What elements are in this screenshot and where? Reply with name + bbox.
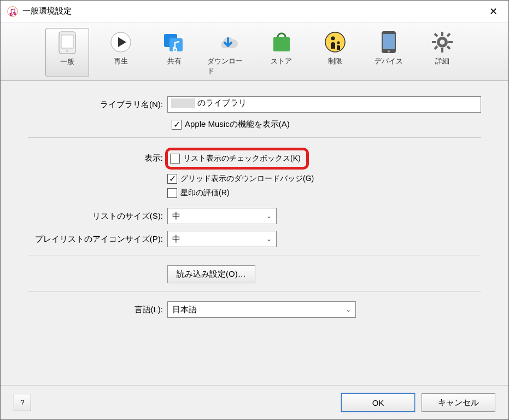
svg-point-13	[331, 37, 335, 40]
svg-rect-20	[441, 48, 443, 52]
grid-badge-label: グリッド表示のダウンロードバッジ(G)	[180, 174, 314, 184]
sharing-icon	[162, 30, 186, 54]
language-select[interactable]: 日本語 ⌄	[167, 301, 356, 318]
svg-rect-16	[383, 34, 395, 49]
svg-rect-4	[61, 35, 73, 48]
close-icon[interactable]: ✕	[485, 3, 502, 20]
tab-label: 詳細	[435, 56, 449, 66]
svg-rect-11	[273, 37, 290, 51]
playlist-icon-size-select[interactable]: 中 ⌄	[167, 231, 277, 247]
tab-store[interactable]: ストア	[260, 28, 303, 77]
svg-rect-21	[432, 41, 436, 43]
tab-downloads[interactable]: ダウンロード	[206, 28, 250, 77]
svg-point-12	[325, 32, 345, 52]
tab-label: 一般	[60, 57, 74, 67]
list-size-value: 中	[172, 211, 180, 221]
restrictions-icon	[323, 30, 347, 54]
store-icon	[270, 30, 294, 54]
svg-rect-25	[446, 33, 451, 37]
svg-point-27	[440, 40, 444, 45]
list-size-select[interactable]: 中 ⌄	[167, 208, 277, 224]
tab-label: ダウンロード	[207, 56, 249, 76]
chevron-down-icon: ⌄	[266, 212, 272, 220]
svg-rect-26	[434, 45, 438, 50]
grid-badge-checkbox[interactable]	[167, 174, 177, 184]
download-icon	[216, 30, 240, 54]
titlebar: 一般環境設定 ✕	[1, 1, 508, 22]
tabs-toolbar: 一般 再生 共有	[1, 22, 508, 81]
ok-button[interactable]: OK	[341, 393, 415, 412]
divider	[28, 291, 481, 291]
library-suffix: のライブラリ	[197, 98, 247, 107]
cancel-button[interactable]: キャンセル	[422, 393, 495, 412]
svg-rect-23	[434, 33, 438, 37]
divider	[28, 255, 481, 255]
list-checkbox-checkbox[interactable]	[170, 154, 180, 164]
svg-point-0	[8, 6, 17, 16]
tab-restrictions[interactable]: 制限	[313, 28, 357, 77]
tab-label: ストア	[271, 56, 292, 66]
divider	[28, 137, 481, 138]
apple-music-checkbox[interactable]	[172, 120, 182, 130]
itunes-icon	[7, 6, 18, 17]
svg-point-14	[337, 42, 340, 44]
svg-rect-24	[446, 45, 451, 50]
svg-point-2	[13, 11, 15, 13]
language-label: 言語(L):	[28, 305, 167, 315]
tab-label: 制限	[328, 56, 342, 66]
tab-devices[interactable]: デバイス	[367, 28, 411, 77]
svg-point-5	[66, 50, 68, 52]
chevron-down-icon: ⌄	[266, 235, 272, 243]
chevron-down-icon: ⌄	[346, 306, 351, 313]
import-settings-button[interactable]: 読み込み設定(O)…	[167, 265, 255, 283]
svg-point-17	[388, 50, 390, 52]
tab-playback[interactable]: 再生	[99, 28, 143, 77]
star-rating-checkbox[interactable]	[167, 188, 177, 198]
preferences-window: 一般環境設定 ✕ 一般 再生	[0, 0, 509, 420]
obscured-text	[171, 98, 195, 108]
svg-rect-22	[448, 41, 453, 43]
playlist-icon-size-value: 中	[172, 234, 180, 244]
playlist-icon-size-label: プレイリストのアイコンサイズ(P):	[28, 234, 167, 244]
library-name-label: ライブラリ名(N):	[28, 100, 167, 110]
tab-general[interactable]: 一般	[45, 28, 89, 77]
highlight-annotation: リスト表示のチェックボックス(K)	[165, 148, 309, 170]
library-name-input[interactable]: のライブラリ	[167, 96, 481, 113]
phone-icon	[377, 30, 401, 54]
apple-music-label: Apple Musicの機能を表示(A)	[185, 119, 290, 130]
content-area: ライブラリ名(N): のライブラリ Apple Musicの機能を表示(A) 表…	[1, 81, 508, 385]
tab-sharing[interactable]: 共有	[153, 28, 196, 77]
tab-label: 共有	[167, 56, 182, 66]
star-rating-label: 星印の評価(R)	[180, 188, 229, 198]
list-size-label: リストのサイズ(S):	[28, 211, 167, 221]
tab-label: デバイス	[375, 56, 403, 66]
svg-point-1	[9, 13, 11, 14]
svg-rect-19	[441, 32, 443, 36]
help-button[interactable]: ?	[14, 394, 31, 411]
device-icon	[55, 31, 79, 55]
window-title: 一般環境設定	[22, 6, 72, 16]
help-label: ?	[20, 398, 25, 407]
display-label: 表示:	[28, 148, 167, 164]
list-checkbox-label: リスト表示のチェックボックス(K)	[183, 154, 301, 164]
svg-point-10	[173, 47, 175, 50]
tab-label: 再生	[114, 56, 128, 66]
language-value: 日本語	[172, 305, 197, 315]
gear-icon	[430, 30, 454, 54]
footer: ? OK キャンセル	[1, 385, 508, 419]
play-icon	[109, 30, 133, 54]
tab-advanced[interactable]: 詳細	[420, 28, 464, 77]
